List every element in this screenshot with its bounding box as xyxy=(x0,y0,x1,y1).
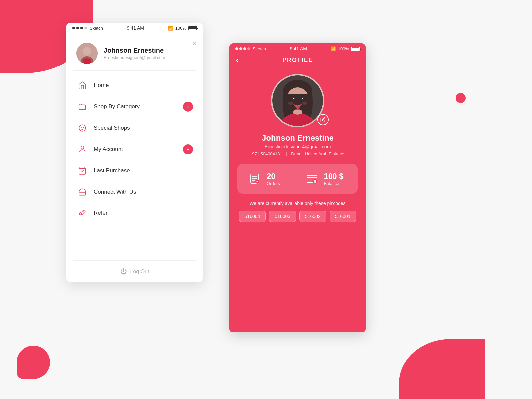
close-button[interactable]: × xyxy=(192,39,196,48)
sidebar-label-refer: Refer xyxy=(94,210,193,216)
balance-icon xyxy=(305,171,319,186)
svg-point-9 xyxy=(79,213,82,215)
right-phone: Sketch 9:41 AM 📶 100% ‹ PROFILE xyxy=(229,43,366,332)
sidebar-label-shop-by-category: Shop By Category xyxy=(94,103,183,110)
account-badge: + xyxy=(183,144,193,154)
signal-dot-r4 xyxy=(247,47,250,50)
svg-point-18 xyxy=(288,102,293,105)
status-time-left: 9:41 AM xyxy=(127,25,144,31)
right-status-bar: Sketch 9:41 AM 📶 100% xyxy=(229,43,366,53)
user-info: Johnson Ernestine Ernestinedesigner4@gma… xyxy=(104,47,165,60)
signal-dot-1 xyxy=(72,27,75,29)
blob-bottom-right xyxy=(399,339,485,399)
refer-icon xyxy=(76,207,88,219)
sidebar-label-home: Home xyxy=(94,82,193,89)
orders-stat: 20 Orders xyxy=(247,171,291,186)
profile-name: Johnson Ernestine xyxy=(229,133,366,143)
sidebar-item-last-purchase[interactable]: Last Purchase xyxy=(66,160,203,181)
balance-stat: 100 $ Balance xyxy=(305,171,348,186)
sidebar-label-my-account: My Account xyxy=(94,146,183,153)
account-icon xyxy=(76,143,88,155)
sidebar-label-connect-with-us: Connect With Us xyxy=(94,189,193,195)
sidebar-item-my-account[interactable]: My Account + xyxy=(66,139,203,160)
sidebar-label-last-purchase: Last Purchase xyxy=(94,167,193,174)
pincodes-list: 516004 516003 516002 516001 xyxy=(237,211,358,222)
pincodes-title: We are currently available only these pi… xyxy=(237,201,358,206)
left-phone: Sketch 9:41 AM 📶 100% × Johnson Ernestin… xyxy=(66,23,203,282)
battery-percent-right: 100% xyxy=(338,46,349,51)
folder-icon xyxy=(76,101,88,113)
basket-icon xyxy=(76,165,88,177)
user-email-left: Ernestinedesigner4@gmail.com xyxy=(104,55,165,60)
battery-icon-right xyxy=(351,47,360,51)
app-name-right: Sketch xyxy=(253,46,266,51)
left-status-bar: Sketch 9:41 AM 📶 100% xyxy=(66,23,203,33)
signal-dot-r1 xyxy=(235,47,238,50)
shop-category-badge: › xyxy=(183,102,193,112)
svg-point-16 xyxy=(293,98,295,99)
pincodes-section: We are currently available only these pi… xyxy=(237,201,358,222)
svg-point-1 xyxy=(83,47,91,56)
signal-dot-r2 xyxy=(239,47,242,50)
pincode-3[interactable]: 516002 xyxy=(299,211,326,222)
profile-header: ‹ PROFILE xyxy=(229,53,366,69)
profile-phone: +971 504004181 xyxy=(250,151,282,156)
svg-point-15 xyxy=(300,97,304,102)
status-dots: Sketch xyxy=(72,26,103,31)
sidebar-item-connect-with-us[interactable]: Connect With Us xyxy=(66,181,203,202)
svg-point-3 xyxy=(79,125,86,131)
balance-info: 100 $ Balance xyxy=(324,172,344,186)
sidebar-item-special-shops[interactable]: Special Shops xyxy=(66,117,203,139)
stat-divider xyxy=(298,170,298,187)
menu-list: Home Shop By Category › Special Shops My… xyxy=(66,71,203,228)
stats-card: 20 Orders 100 $ Balance xyxy=(237,164,358,194)
status-time-right: 9:41 AM xyxy=(290,46,307,51)
sidebar-item-refer[interactable]: Refer xyxy=(66,202,203,224)
status-dots-right: Sketch xyxy=(235,46,266,51)
profile-avatar xyxy=(271,74,324,127)
balance-amount: 100 $ xyxy=(324,172,344,181)
home-icon xyxy=(76,79,88,91)
signal-dot-r3 xyxy=(243,47,246,50)
user-name-left: Johnson Ernestine xyxy=(104,47,165,54)
svg-point-17 xyxy=(302,98,303,99)
blob-right-mid xyxy=(456,93,466,103)
sidebar-label-special-shops: Special Shops xyxy=(94,125,193,131)
svg-point-8 xyxy=(83,210,85,212)
user-avatar-small xyxy=(76,43,98,64)
back-button[interactable]: ‹ xyxy=(236,56,238,65)
edit-avatar-button[interactable] xyxy=(317,114,329,125)
signal-dot-3 xyxy=(80,27,83,29)
profile-divider: | xyxy=(286,151,287,156)
logout-section[interactable]: ⏻ Log Out xyxy=(66,261,203,282)
logout-icon: ⏻ xyxy=(120,268,127,275)
blob-bottom-left xyxy=(17,346,50,379)
battery-percent-left: 100% xyxy=(175,26,186,31)
sidebar-item-home[interactable]: Home xyxy=(66,75,203,96)
pincode-2[interactable]: 516003 xyxy=(269,211,296,222)
orders-icon xyxy=(247,171,262,186)
user-profile-section: Johnson Ernestine Ernestinedesigner4@gma… xyxy=(66,33,203,70)
profile-email: Ernestinedesigner4@gmail.com xyxy=(229,144,366,149)
battery-icon-left xyxy=(188,26,197,30)
status-right-right: 📶 100% xyxy=(331,46,360,51)
pincode-1[interactable]: 516004 xyxy=(239,211,266,222)
orders-info: 20 Orders xyxy=(267,172,280,186)
logout-label: Log Out xyxy=(130,269,149,275)
orders-label: Orders xyxy=(267,181,280,186)
wifi-icon-left: 📶 xyxy=(168,26,173,31)
sidebar-item-shop-by-category[interactable]: Shop By Category › xyxy=(66,96,203,117)
svg-point-14 xyxy=(291,97,295,102)
svg-point-19 xyxy=(302,102,307,105)
app-name-left: Sketch xyxy=(90,26,103,31)
status-right-left: 📶 100% xyxy=(168,26,197,31)
profile-title: PROFILE xyxy=(282,57,313,64)
wifi-icon-right: 📶 xyxy=(331,46,336,51)
orders-count: 20 xyxy=(267,172,280,181)
signal-dot-4 xyxy=(84,27,87,29)
signal-dot-2 xyxy=(76,27,79,29)
pincode-4[interactable]: 516001 xyxy=(330,211,356,222)
profile-location: +971 504004181 | Dubai, United Arab Emir… xyxy=(229,151,366,156)
profile-city: Dubai, United Arab Emirates xyxy=(291,151,345,156)
balance-label: Balance xyxy=(324,181,344,186)
